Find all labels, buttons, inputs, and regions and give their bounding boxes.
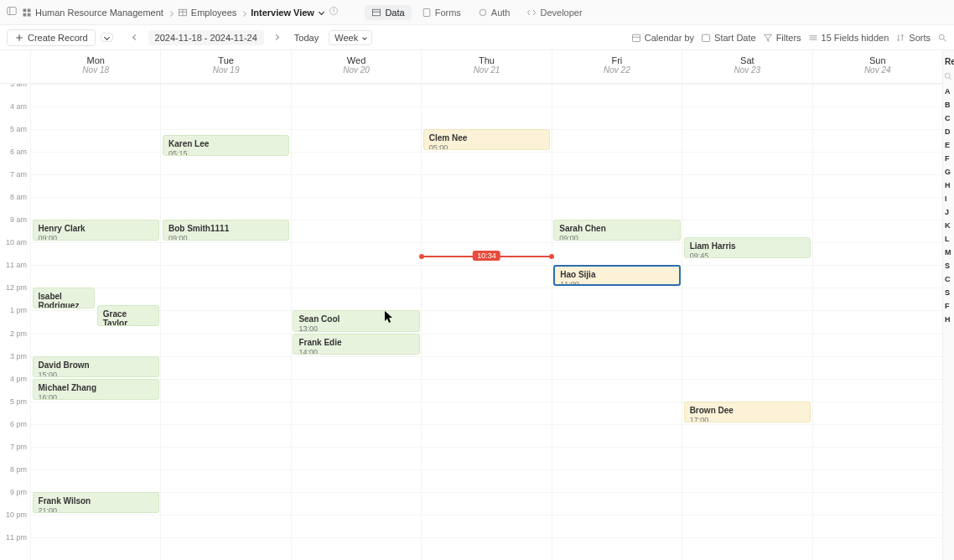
calendar-event[interactable]: Sean Cool13:00 bbox=[293, 310, 419, 331]
start-date-control[interactable]: Start Date bbox=[701, 33, 756, 43]
day-column[interactable]: Sean Cool13:00Frank Edie14:00 bbox=[291, 84, 421, 560]
day-header[interactable]: SunNov 24 bbox=[812, 50, 942, 83]
day-column[interactable]: Henry Clark09:00Isabel Rodriguez12:00Gra… bbox=[30, 84, 160, 560]
now-dot bbox=[419, 254, 424, 259]
bc-view[interactable]: Interview View bbox=[251, 8, 324, 18]
calendar-by-control[interactable]: Calendar by bbox=[631, 33, 694, 43]
search-icon[interactable] bbox=[943, 71, 953, 81]
day-header[interactable]: ThuNov 21 bbox=[421, 50, 551, 83]
alpha-index-letter[interactable]: M bbox=[943, 247, 954, 257]
sidebar-toggle-icon[interactable] bbox=[7, 6, 17, 18]
days-grid[interactable]: Henry Clark09:00Isabel Rodriguez12:00Gra… bbox=[30, 84, 942, 560]
hour-label: 8 am bbox=[10, 193, 27, 201]
tab-data[interactable]: Data bbox=[365, 5, 411, 20]
calendar-event[interactable]: Henry Clark09:00 bbox=[33, 220, 159, 241]
view-mode-select[interactable]: Week bbox=[329, 30, 372, 45]
alpha-index-letter[interactable]: S bbox=[943, 261, 954, 271]
alpha-index-letter[interactable]: A bbox=[943, 86, 954, 96]
create-record-button[interactable]: Create Record bbox=[7, 29, 96, 46]
fields-hidden-control[interactable]: 15 Fields hidden bbox=[808, 33, 889, 43]
day-column[interactable]: Clem Nee05:0010:34 bbox=[421, 84, 551, 560]
sorts-control[interactable]: Sorts bbox=[895, 33, 931, 43]
calendar-body[interactable]: 3 am4 am5 am6 am7 am8 am9 am10 am11 am12… bbox=[0, 84, 942, 560]
calendar-event[interactable]: Frank Edie14:00 bbox=[293, 334, 419, 355]
calendar: MonNov 18TueNov 19WedNov 20ThuNov 21FriN… bbox=[0, 50, 942, 560]
breadcrumb: Human Resource Management Employees Inte… bbox=[7, 6, 360, 18]
next-week-button[interactable] bbox=[269, 30, 284, 45]
alpha-index-letter[interactable]: K bbox=[943, 220, 954, 231]
day-date: Nov 23 bbox=[682, 65, 811, 75]
bc-table[interactable]: Employees bbox=[178, 8, 236, 18]
alpha-index-letter[interactable]: H bbox=[943, 180, 954, 190]
calendar-event[interactable]: Brown Dee17:00 bbox=[684, 402, 811, 423]
event-name: Liam Harris bbox=[690, 241, 805, 251]
calendar-event[interactable]: Grace Taylor12:45 bbox=[97, 305, 159, 326]
create-record-dropdown[interactable] bbox=[101, 33, 113, 42]
start-date-label: Start Date bbox=[714, 33, 756, 43]
prev-week-button[interactable] bbox=[128, 30, 143, 45]
alpha-index-letter[interactable]: E bbox=[943, 140, 954, 150]
hour-label: 11 am bbox=[6, 261, 27, 269]
day-column[interactable]: Karen Lee05:15Bob Smith111109:00 bbox=[160, 84, 290, 560]
calendar-event[interactable]: Isabel Rodriguez12:00 bbox=[33, 288, 95, 309]
day-date: Nov 24 bbox=[813, 65, 942, 75]
day-header[interactable]: WedNov 20 bbox=[291, 50, 421, 83]
alpha-index-letter[interactable]: H bbox=[943, 314, 954, 324]
calendar-event[interactable]: Frank Wilson21:00 bbox=[33, 492, 159, 513]
tab-developer[interactable]: Developer bbox=[520, 5, 588, 20]
bc-table-label: Employees bbox=[191, 8, 236, 18]
hour-label: 1 pm bbox=[10, 306, 27, 314]
alpha-index-letter[interactable]: S bbox=[943, 288, 954, 298]
day-column[interactable]: Sarah Chen09:00Hao Sijia11:00 bbox=[552, 84, 682, 560]
calendar-event[interactable]: Karen Lee05:15 bbox=[163, 135, 289, 156]
now-time-badge: 10:34 bbox=[473, 251, 500, 261]
tab-forms[interactable]: Forms bbox=[415, 5, 468, 20]
event-name: David Brown bbox=[39, 360, 153, 370]
right-sidebar-header: Rec bbox=[943, 55, 954, 68]
day-name: Tue bbox=[161, 55, 290, 65]
calendar-event[interactable]: Liam Harris09:45 bbox=[684, 237, 811, 258]
alpha-index-letter[interactable]: B bbox=[943, 100, 954, 110]
alpha-index-letter[interactable]: D bbox=[943, 127, 954, 137]
day-header[interactable]: MonNov 18 bbox=[30, 50, 160, 83]
alpha-index-letter[interactable]: L bbox=[943, 234, 954, 244]
event-name: Sean Cool bbox=[298, 314, 413, 324]
alpha-index-letter[interactable]: G bbox=[943, 167, 954, 177]
now-indicator: 10:34 bbox=[422, 256, 551, 257]
day-name: Fri bbox=[552, 55, 682, 65]
filters-control[interactable]: Filters bbox=[763, 33, 801, 43]
alpha-index-letter[interactable]: C bbox=[943, 274, 954, 284]
alpha-index-letter[interactable]: F bbox=[943, 153, 954, 163]
alpha-index-letter[interactable]: J bbox=[943, 207, 954, 217]
alpha-index-letter[interactable]: I bbox=[943, 194, 954, 204]
day-column[interactable]: Liam Harris09:45Brown Dee17:00 bbox=[682, 84, 811, 560]
calendar-event[interactable]: Hao Sijia11:00 bbox=[553, 265, 680, 286]
alpha-index-letter[interactable]: F bbox=[943, 301, 954, 311]
hour-label: 5 am bbox=[10, 125, 27, 133]
sorts-label: Sorts bbox=[909, 33, 931, 43]
tab-auth[interactable]: Auth bbox=[471, 5, 517, 20]
today-button[interactable]: Today bbox=[289, 31, 324, 44]
calendar-event[interactable]: Clem Nee05:00 bbox=[423, 129, 550, 150]
calendar-event[interactable]: Michael Zhang16:00 bbox=[33, 379, 159, 400]
event-name: Bob Smith1111 bbox=[169, 224, 283, 233]
svg-line-23 bbox=[950, 78, 951, 80]
calendar-event[interactable]: David Brown15:00 bbox=[33, 356, 159, 377]
date-range[interactable]: 2024-11-18 - 2024-11-24 bbox=[148, 30, 264, 45]
right-sidebar[interactable]: Rec ABCDEFGHIJKLMSCSFH bbox=[942, 50, 954, 560]
bc-app-label: Human Resource Management bbox=[35, 8, 163, 18]
alpha-index-letter[interactable]: C bbox=[943, 113, 954, 123]
event-time: 09:00 bbox=[559, 234, 674, 241]
day-column[interactable] bbox=[812, 84, 942, 560]
calendar-event[interactable]: Sarah Chen09:00 bbox=[553, 220, 680, 241]
clock-icon[interactable] bbox=[329, 6, 339, 18]
calendar-event[interactable]: Bob Smith111109:00 bbox=[163, 220, 289, 241]
bc-app[interactable]: Human Resource Management bbox=[22, 8, 163, 18]
day-header[interactable]: TueNov 19 bbox=[160, 50, 290, 83]
day-header[interactable]: FriNov 22 bbox=[552, 50, 682, 83]
search-control[interactable] bbox=[937, 33, 947, 43]
fields-hidden-label: 15 Fields hidden bbox=[822, 33, 889, 43]
event-time: 05:15 bbox=[169, 149, 283, 156]
day-header[interactable]: SatNov 23 bbox=[682, 50, 811, 83]
event-time: 09:00 bbox=[39, 234, 153, 241]
